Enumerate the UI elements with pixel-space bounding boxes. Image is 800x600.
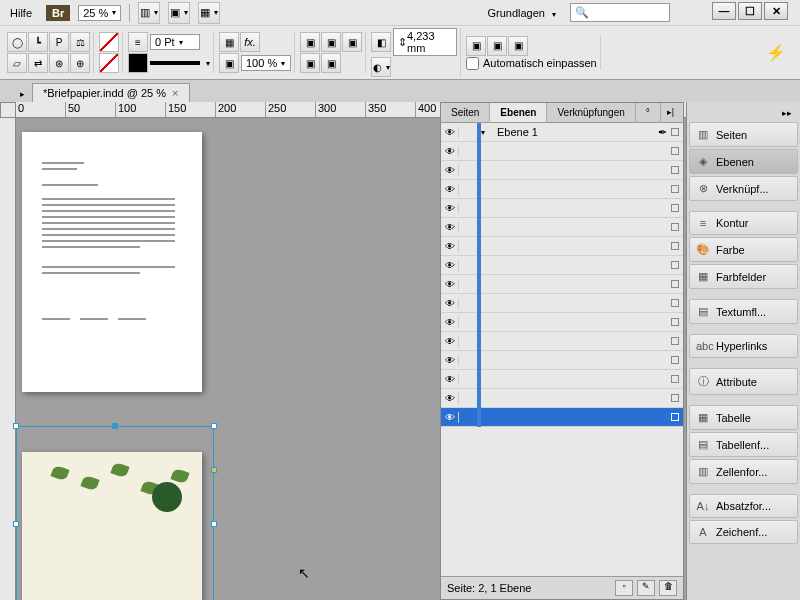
dock-button-ebenen[interactable]: ◈Ebenen (689, 149, 798, 174)
visibility-icon[interactable]: 👁 (441, 260, 459, 271)
visibility-icon[interactable]: 👁 (441, 203, 459, 214)
balance-tool[interactable]: ⚖ (70, 32, 90, 52)
new-page-button[interactable]: ▫ (615, 580, 633, 596)
autofit-checkbox[interactable] (466, 57, 479, 70)
visibility-icon[interactable]: 👁 (441, 165, 459, 176)
visibility-icon[interactable]: 👁 (441, 279, 459, 290)
wrap-none[interactable]: ▣ (300, 32, 320, 52)
visibility-icon[interactable]: 👁 (441, 127, 459, 138)
bolt-icon[interactable]: ⚡ (766, 43, 796, 62)
stroke-swatch-none[interactable] (99, 53, 119, 73)
layer-row[interactable]: 👁 (441, 408, 683, 427)
minimize-button[interactable]: — (712, 2, 736, 20)
panel-tab-seiten[interactable]: Seiten (441, 103, 490, 122)
panel-tab-ebenen[interactable]: Ebenen (490, 103, 547, 122)
corner-style-dropdown[interactable]: ◐▾ (371, 57, 391, 77)
corner-radius-icon[interactable]: ◧ (371, 32, 391, 52)
layer-row[interactable]: 👁 (441, 199, 683, 218)
opacity-icon[interactable]: ▦ (219, 32, 239, 52)
fit-content-1[interactable]: ▣ (466, 36, 486, 56)
visibility-icon[interactable]: 👁 (441, 336, 459, 347)
visibility-icon[interactable]: 👁 (441, 374, 459, 385)
dock-button-zellenfor[interactable]: ▥Zellenfor... (689, 459, 798, 484)
fit-content-2[interactable]: ▣ (487, 36, 507, 56)
fit-content-3[interactable]: ▣ (508, 36, 528, 56)
page-2-preview[interactable] (22, 452, 202, 600)
fx-button[interactable]: fx. (240, 32, 260, 52)
dock-button-kontur[interactable]: ≡Kontur (689, 211, 798, 235)
panel-tab-verknüpfungen[interactable]: Verknüpfungen (547, 103, 635, 122)
visibility-icon[interactable]: 👁 (441, 393, 459, 404)
new-layer-button[interactable]: ✎ (637, 580, 655, 596)
wrap-jump[interactable]: ▣ (300, 53, 320, 73)
workspace-dropdown[interactable]: Grundlagen ▾ (481, 5, 562, 21)
layer-row[interactable]: 👁 (441, 256, 683, 275)
stroke-color[interactable] (128, 53, 148, 73)
wheel-tool[interactable]: ⊛ (49, 53, 69, 73)
layer-row[interactable]: 👁 (441, 218, 683, 237)
delete-layer-button[interactable]: 🗑 (659, 580, 677, 596)
layer-row[interactable]: 👁 (441, 161, 683, 180)
help-menu[interactable]: Hilfe (4, 5, 38, 21)
layer-row[interactable]: 👁 (441, 180, 683, 199)
dock-button-tabelle[interactable]: ▦Tabelle (689, 405, 798, 430)
visibility-icon[interactable]: 👁 (441, 355, 459, 366)
close-button[interactable]: ✕ (764, 2, 788, 20)
layer-row[interactable]: 👁 (441, 294, 683, 313)
visibility-icon[interactable]: 👁 (441, 146, 459, 157)
opacity-input[interactable]: 100 %▾ (241, 55, 291, 71)
layer-row[interactable]: 👁 (441, 389, 683, 408)
dock-button-verknpf[interactable]: ⊗Verknüpf... (689, 176, 798, 201)
dolly-tool[interactable]: ⊕ (70, 53, 90, 73)
expand-icon[interactable]: ▾ (481, 128, 493, 137)
layer-row[interactable]: 👁▾Ebene 1✒ (441, 123, 683, 142)
dock-button-farbe[interactable]: 🎨Farbe (689, 237, 798, 262)
dock-collapse-icon[interactable]: ▸▸ (689, 106, 798, 122)
rect-corner-tool[interactable]: ▱ (7, 53, 27, 73)
blend-icon[interactable]: ▣ (219, 53, 239, 73)
dock-button-farbfelder[interactable]: ▦Farbfelder (689, 264, 798, 289)
panel-expand-icon[interactable]: ▸| (661, 103, 680, 122)
visibility-icon[interactable]: 👁 (441, 412, 459, 423)
dock-button-attribute[interactable]: ⓘAttribute (689, 368, 798, 395)
arrange-button[interactable]: ▦▾ (198, 2, 220, 24)
frame-tool[interactable]: ◯ (7, 32, 27, 52)
visibility-icon[interactable]: 👁 (441, 241, 459, 252)
stroke-weight-input[interactable]: 0 Pt▾ (150, 34, 200, 50)
visibility-icon[interactable]: 👁 (441, 184, 459, 195)
dock-button-zeichenf[interactable]: AZeichenf... (689, 520, 798, 544)
flip-h-tool[interactable]: ⇄ (28, 53, 48, 73)
dock-button-hyperlinks[interactable]: abcHyperlinks (689, 334, 798, 358)
visibility-icon[interactable]: 👁 (441, 317, 459, 328)
canvas[interactable]: 050100150200250300350400 (0, 102, 686, 600)
visibility-icon[interactable]: 👁 (441, 222, 459, 233)
bridge-button[interactable]: Br (46, 5, 70, 21)
search-input[interactable]: 🔍 (570, 3, 670, 22)
tab-scroll-icon[interactable]: ▸ (20, 89, 32, 102)
text-tool[interactable]: P (49, 32, 69, 52)
document-tab[interactable]: *Briefpapier.indd @ 25 % × (32, 83, 190, 102)
layer-row[interactable]: 👁 (441, 275, 683, 294)
layer-row[interactable]: 👁 (441, 313, 683, 332)
page-1-preview[interactable] (22, 132, 202, 392)
layer-row[interactable]: 👁 (441, 351, 683, 370)
maximize-button[interactable]: ☐ (738, 2, 762, 20)
dock-button-seiten[interactable]: ▥Seiten (689, 122, 798, 147)
layer-row[interactable]: 👁 (441, 142, 683, 161)
layer-row[interactable]: 👁 (441, 370, 683, 389)
corner-tool[interactable]: ┗ (28, 32, 48, 52)
wrap-shape[interactable]: ▣ (342, 32, 362, 52)
close-icon[interactable]: × (172, 87, 178, 99)
screen-mode-button[interactable]: ▣▾ (168, 2, 190, 24)
panel-tab-°[interactable]: ° (636, 103, 661, 122)
wrap-next[interactable]: ▣ (321, 53, 341, 73)
corner-radius-input[interactable]: ⇕ 4,233 mm (393, 28, 457, 56)
visibility-icon[interactable]: 👁 (441, 298, 459, 309)
fill-swatch[interactable] (99, 32, 119, 52)
layer-row[interactable]: 👁 (441, 237, 683, 256)
ruler-vertical[interactable] (0, 118, 16, 600)
ruler-origin[interactable] (0, 102, 16, 118)
wrap-bbox[interactable]: ▣ (321, 32, 341, 52)
view-options-button[interactable]: ▥▾ (138, 2, 160, 24)
dock-button-absatzfor[interactable]: A↓Absatzfor... (689, 494, 798, 518)
